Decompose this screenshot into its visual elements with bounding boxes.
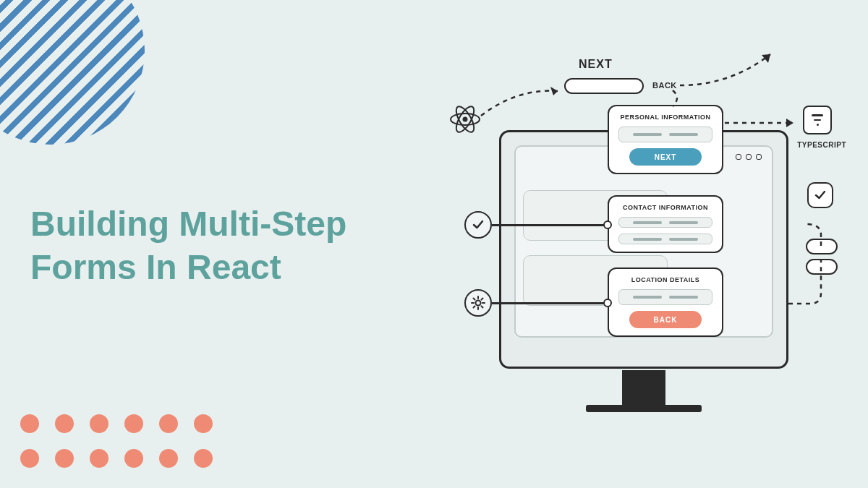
typescript-label: TYPESCRIPT	[797, 141, 846, 149]
form-field-placeholder	[618, 234, 712, 244]
form-field-placeholder	[618, 217, 712, 228]
dashed-path	[673, 90, 694, 108]
next-button: NEXT	[629, 148, 702, 166]
form-card-personal: PERSONAL INFORMATION NEXT	[608, 105, 723, 174]
window-controls	[736, 154, 762, 160]
next-label: NEXT	[579, 58, 613, 71]
back-label: BACK	[652, 81, 677, 90]
stripes-decoration	[0, 0, 145, 145]
svg-point-3	[463, 117, 468, 122]
step-checkmark-icon	[464, 211, 492, 239]
page-title: Building Multi-Step Forms In React	[30, 202, 435, 289]
dashed-arrow	[481, 87, 568, 123]
form-card-contact: CONTACT INFORMATION	[608, 195, 723, 253]
form-field-placeholder	[618, 127, 712, 142]
form-card-header: LOCATION DETAILS	[631, 276, 700, 283]
dashed-arrow	[725, 116, 804, 130]
dashed-path	[788, 224, 839, 311]
dashed-arrow	[680, 51, 781, 101]
react-icon	[447, 101, 483, 137]
monitor-stand	[622, 370, 665, 406]
svg-marker-4	[550, 87, 558, 95]
connector-dot	[603, 299, 612, 307]
connector-line	[492, 302, 608, 304]
svg-point-6	[476, 301, 481, 306]
form-card-header: PERSONAL INFORMATION	[620, 114, 710, 121]
monitor-base	[586, 405, 702, 412]
step-gear-icon	[464, 289, 492, 317]
svg-marker-7	[786, 119, 793, 127]
typescript-icon	[803, 106, 832, 134]
connector-dot	[603, 221, 612, 229]
connector-line	[492, 224, 608, 226]
form-field-placeholder	[618, 289, 712, 305]
back-button: BACK	[629, 311, 702, 328]
form-card-location: LOCATION DETAILS BACK	[608, 267, 723, 337]
next-pill-button	[564, 78, 644, 94]
form-card-header: CONTACT INFORMATION	[623, 204, 708, 211]
dot-grid-decoration	[20, 414, 213, 468]
illustration: NEXT BACK PERSONAL INFORMATION NEXT CONT…	[441, 43, 846, 448]
checkmark-box-icon	[807, 182, 833, 208]
